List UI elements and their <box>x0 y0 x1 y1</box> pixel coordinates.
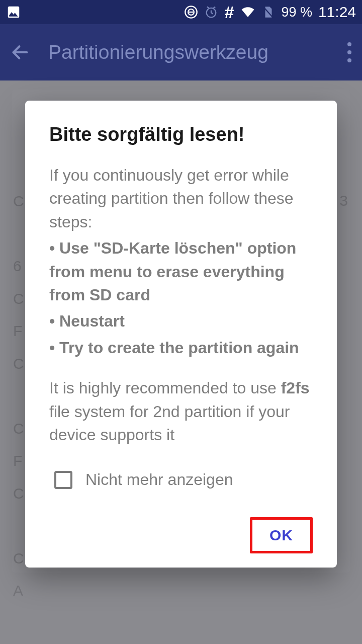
ok-button[interactable]: OK <box>250 517 313 553</box>
do-not-disturb-icon <box>184 5 198 19</box>
dialog-step1: • Use "SD-Karte löschen" option from men… <box>49 239 296 304</box>
dialog-body: If you continuously get error while crea… <box>49 164 313 446</box>
no-sim-icon <box>262 5 275 20</box>
dialog-title: Bitte sorgfältig lesen! <box>49 124 313 145</box>
page-title: Partitionierungswerkzeug <box>48 41 341 63</box>
alarm-icon <box>204 5 218 19</box>
svg-point-8 <box>347 50 351 54</box>
dialog-step3: • Try to create the partition again <box>49 339 299 357</box>
battery-text: 99 % <box>281 5 312 20</box>
svg-point-7 <box>347 42 351 46</box>
picture-icon <box>6 5 21 20</box>
hash-icon: # <box>224 3 234 22</box>
app-bar: Partitionierungswerkzeug <box>0 24 362 80</box>
clock-text: 11:24 <box>318 4 356 21</box>
svg-point-9 <box>347 58 351 62</box>
dialog-recommendation: It is highly recommended to use f2fs fil… <box>49 376 313 446</box>
status-bar: # 99 % 11:24 <box>0 0 362 24</box>
dialog-intro: If you continuously get error while crea… <box>49 164 313 233</box>
wifi-icon <box>240 5 256 20</box>
dont-show-again-row[interactable]: Nicht mehr anzeigen <box>54 470 313 489</box>
dont-show-again-checkbox[interactable] <box>54 471 72 489</box>
overflow-menu-button[interactable] <box>347 42 352 62</box>
info-dialog: Bitte sorgfältig lesen! If you continuou… <box>25 101 337 568</box>
dont-show-again-label: Nicht mehr anzeigen <box>85 470 233 489</box>
back-button[interactable] <box>10 42 30 62</box>
dialog-step2: • Neustart <box>49 312 125 330</box>
